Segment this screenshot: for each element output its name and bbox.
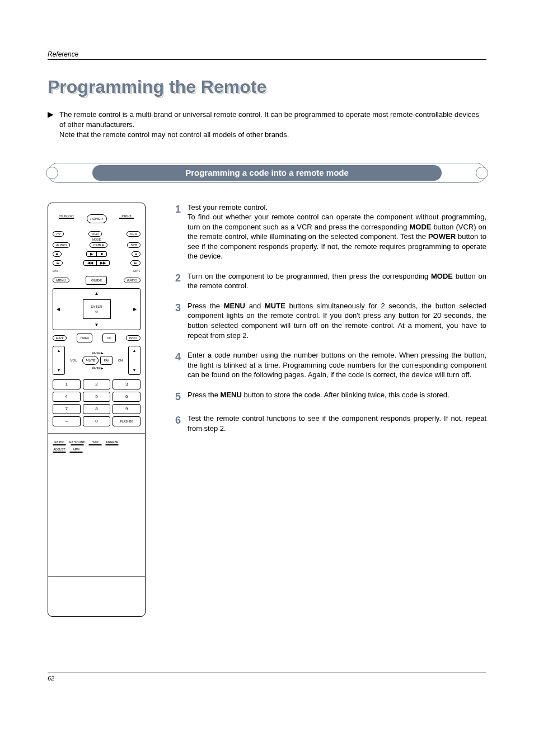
volume-rocker: ▲▼ bbox=[53, 346, 65, 375]
stb-mode-button: STB bbox=[127, 242, 140, 248]
cable-mode-button: CABLE bbox=[90, 242, 107, 248]
day-plus-label: DAY+ bbox=[133, 269, 140, 273]
mode-label: MODE bbox=[53, 238, 140, 241]
triangle-bullet-icon: ▶ bbox=[48, 110, 54, 119]
page-number: 62 bbox=[48, 673, 486, 682]
remote-control-diagram: TV INPUT POWER INPUT TV DVD VCR MODE bbox=[48, 203, 146, 617]
skip-forward-button: ⏭ bbox=[130, 260, 140, 266]
dvd-mode-button: DVD bbox=[88, 231, 102, 237]
subsection-banner: Programming a code into a remote mode bbox=[48, 163, 486, 183]
dpad: ▲ ▼ ◀ ▶ ENTER ⊙ bbox=[53, 288, 140, 330]
audio-mode-button: AUDIO bbox=[53, 242, 70, 248]
ch-label: CH bbox=[118, 359, 123, 362]
vol-label: VOL bbox=[71, 359, 77, 362]
num-2: 2 bbox=[83, 379, 111, 389]
exit-button: EXIT bbox=[53, 335, 67, 341]
skip-back-button: ⏮ bbox=[53, 260, 63, 266]
timer-button: TIMER bbox=[77, 334, 92, 342]
dpad-up-icon: ▲ bbox=[95, 291, 99, 296]
step-number: 3 bbox=[171, 301, 181, 340]
step-item: 6Test the remote control functions to se… bbox=[171, 414, 486, 433]
num-7: 7 bbox=[53, 404, 81, 414]
step-text: Press the MENU and MUTE buttons simultan… bbox=[188, 301, 486, 340]
vcr-mode-button: VCR bbox=[127, 231, 140, 237]
dpad-left-icon: ◀ bbox=[57, 307, 60, 312]
menu-button: MENU bbox=[53, 278, 69, 283]
step-number: 1 bbox=[171, 203, 181, 261]
tv-mode-button: TV bbox=[53, 231, 64, 237]
num-4: 4 bbox=[53, 392, 81, 402]
step-number: 4 bbox=[171, 350, 181, 380]
ezsound-button bbox=[71, 444, 84, 445]
guide-button: GUIDE bbox=[86, 276, 107, 285]
fav-button: FAV bbox=[100, 356, 113, 365]
mute-button: MUTE bbox=[82, 356, 99, 365]
enter-button: ENTER ⊙ bbox=[83, 299, 111, 319]
input-button bbox=[119, 218, 134, 219]
page-label: PAGE▶ bbox=[92, 351, 104, 355]
play-button: ▶ bbox=[87, 252, 97, 256]
apm-label: APM bbox=[73, 448, 79, 451]
step-number: 6 bbox=[171, 414, 181, 433]
num-8: 8 bbox=[83, 404, 111, 414]
step-item: 1Test your remote control.To find out wh… bbox=[171, 203, 486, 261]
banner-text: Programming a code into a remote mode bbox=[92, 165, 442, 181]
dpad-down-icon: ▼ bbox=[95, 322, 99, 327]
num-9: 9 bbox=[113, 404, 140, 414]
step-text: Test your remote control.To find out whe… bbox=[188, 203, 486, 261]
channel-rocker: ▲▼ bbox=[128, 346, 140, 375]
flashbk-button: FLASHBK bbox=[113, 416, 140, 426]
step-text: Enter a code number using the number but… bbox=[188, 350, 486, 380]
stop-button: ■ bbox=[53, 251, 62, 257]
number-pad: 1 2 3 4 5 6 7 8 9 – 0 FLASHBK bbox=[53, 379, 140, 426]
apm-button bbox=[69, 452, 83, 453]
intro-text: The remote control is a multi-brand or u… bbox=[59, 110, 486, 140]
num-6: 6 bbox=[113, 392, 140, 402]
page-label-2: PAGE▶ bbox=[92, 366, 104, 370]
step-text: Press the MENU button to store the code.… bbox=[188, 390, 486, 403]
adjust-button bbox=[53, 452, 66, 453]
adjust-label: ADJUST bbox=[53, 448, 65, 451]
ezpic-button bbox=[53, 444, 66, 445]
step-item: 2Turn on the component to be programmed,… bbox=[171, 271, 486, 291]
tv-input-label: TV INPUT bbox=[59, 214, 74, 218]
step-number: 5 bbox=[171, 390, 181, 403]
info-button: INFO bbox=[126, 335, 140, 341]
num-1: 1 bbox=[53, 379, 81, 389]
freeze-button bbox=[105, 444, 119, 445]
power-button: POWER bbox=[87, 214, 107, 223]
cc-button: CC bbox=[102, 334, 116, 342]
step-text: Test the remote control functions to see… bbox=[188, 414, 486, 433]
dpad-right-icon: ▶ bbox=[133, 307, 137, 312]
num-dash: – bbox=[53, 416, 81, 426]
step-item: 5Press the MENU button to store the code… bbox=[171, 390, 486, 403]
step-item: 4Enter a code number using the number bu… bbox=[171, 350, 486, 380]
ratio-button: RATIO bbox=[124, 278, 140, 283]
day-minus-label: DAY - bbox=[53, 269, 60, 273]
num-0: 0 bbox=[83, 416, 111, 426]
page-title: Programming the Remote bbox=[48, 77, 486, 97]
pause-button: ■ bbox=[97, 252, 106, 256]
num-5: 5 bbox=[83, 392, 111, 402]
record-button: ● bbox=[132, 251, 140, 257]
rewind-button: ◀◀ bbox=[84, 261, 97, 265]
sap-label: SAP bbox=[92, 440, 99, 444]
freeze-label: FREEZE bbox=[106, 440, 119, 444]
steps-list: 1Test your remote control.To find out wh… bbox=[171, 203, 486, 444]
tv-input-button bbox=[59, 218, 74, 219]
sap-button bbox=[88, 444, 102, 445]
step-item: 3Press the MENU and MUTE buttons simulta… bbox=[171, 301, 486, 340]
ezsound-label: EZ SOUND bbox=[69, 440, 85, 444]
fast-forward-button: ▶▶ bbox=[97, 261, 109, 265]
num-3: 3 bbox=[113, 379, 140, 389]
ezpic-label: EZ PIC bbox=[54, 440, 64, 444]
intro-paragraph: ▶ The remote control is a multi-brand or… bbox=[48, 110, 486, 140]
step-text: Turn on the component to be programmed, … bbox=[188, 271, 486, 291]
step-number: 2 bbox=[171, 271, 181, 291]
input-label: INPUT bbox=[121, 214, 132, 218]
section-header: Reference bbox=[48, 50, 486, 60]
